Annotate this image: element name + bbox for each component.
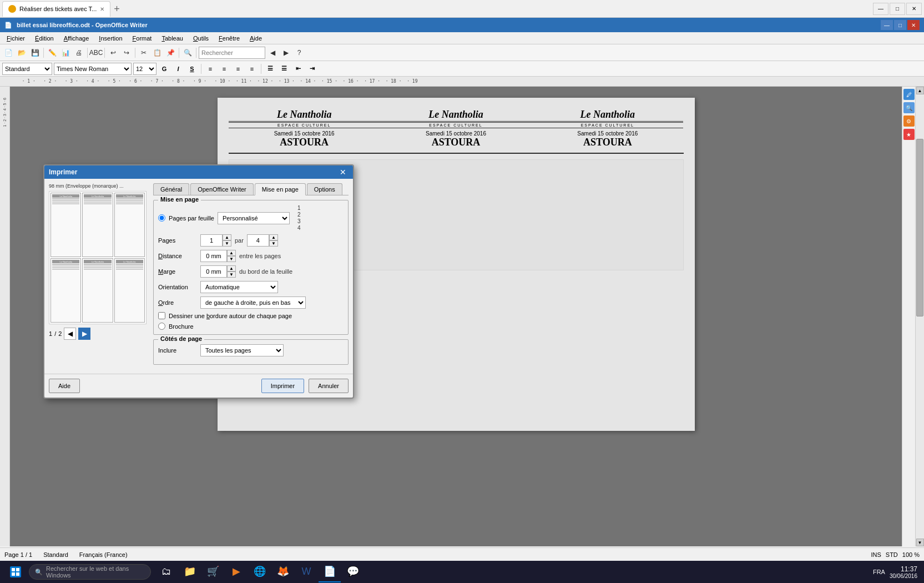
bold-btn[interactable]: G: [158, 63, 170, 75]
align-justify[interactable]: ≡: [246, 63, 258, 75]
right-panel-btn-1[interactable]: 🖉: [903, 89, 915, 100]
spinner-down-1[interactable]: ▼: [223, 240, 231, 247]
menu-outils[interactable]: Outils: [189, 34, 213, 43]
select-inclure[interactable]: Toutes les pages Pages impaires uniqueme…: [200, 344, 284, 356]
lo-maximize[interactable]: □: [894, 20, 906, 30]
indent-more[interactable]: ⇥: [306, 63, 318, 75]
btn-aide[interactable]: Aide: [49, 379, 80, 393]
tab-writer[interactable]: OpenOffice Writer: [190, 183, 254, 195]
browser-minimize[interactable]: —: [873, 3, 888, 15]
radio-brochure[interactable]: [158, 323, 165, 330]
preview-next-btn[interactable]: ▶: [78, 328, 90, 340]
scroll-track[interactable]: [916, 94, 924, 539]
menu-format[interactable]: Format: [128, 34, 156, 43]
scroll-up-btn[interactable]: ▲: [916, 87, 924, 94]
font-select[interactable]: Times New Roman: [54, 63, 132, 75]
preview-prev-btn[interactable]: ◀: [64, 328, 76, 340]
tab-general[interactable]: Général: [153, 183, 189, 195]
tab-mise-en-page[interactable]: Mise en page: [255, 183, 306, 195]
dialog-close-btn[interactable]: ✕: [337, 167, 349, 178]
tb-search-next[interactable]: ▶: [280, 47, 292, 59]
preview-mini-1: Le Nantholia: [51, 193, 81, 257]
taskbar-app-word[interactable]: W: [295, 561, 317, 582]
right-panel-btn-3[interactable]: ⚙: [903, 115, 915, 127]
radio-pages-par-feuille[interactable]: [158, 214, 165, 222]
bullet-list[interactable]: ☰: [264, 63, 276, 75]
lo-close[interactable]: ✕: [907, 20, 920, 30]
underline-btn[interactable]: S: [186, 63, 198, 75]
numbered-list[interactable]: ☰: [278, 63, 290, 75]
menu-tableau[interactable]: Tableau: [157, 34, 188, 43]
menu-fenetre[interactable]: Fenêtre: [214, 34, 244, 43]
taskbar-app-store[interactable]: 🛒: [202, 561, 224, 582]
align-right[interactable]: ≡: [232, 63, 244, 75]
spinner-up-2[interactable]: ▲: [269, 234, 278, 240]
search-input[interactable]: [199, 47, 265, 59]
spinner-down-2[interactable]: ▼: [269, 240, 278, 247]
tb-spellcheck[interactable]: ABC: [90, 47, 102, 59]
input-pages-rows[interactable]: [247, 234, 269, 247]
tb-find[interactable]: 🔍: [181, 47, 194, 59]
tab-options[interactable]: Options: [307, 183, 342, 195]
toolbar-sep-5: [179, 48, 179, 58]
taskbar-app-folder[interactable]: 📁: [179, 561, 201, 582]
spinner-down-marge[interactable]: ▼: [227, 272, 236, 278]
spinner-down-dist[interactable]: ▼: [227, 256, 236, 262]
btn-imprimer[interactable]: Imprimer: [261, 379, 304, 393]
spinner-up-dist[interactable]: ▲: [227, 250, 236, 256]
menu-insertion[interactable]: Insertion: [94, 34, 127, 43]
align-left[interactable]: ≡: [204, 63, 216, 75]
tb-edit[interactable]: ✏️: [46, 47, 58, 59]
indent-less[interactable]: ⇤: [292, 63, 304, 75]
tb-open[interactable]: 📂: [16, 47, 28, 59]
tb-cut[interactable]: ✂: [138, 47, 150, 59]
spinner-up-marge[interactable]: ▲: [227, 265, 236, 272]
spinner-up-1[interactable]: ▲: [223, 234, 231, 240]
menu-edition[interactable]: Édition: [31, 34, 58, 43]
taskbar-app-lo[interactable]: 📄: [319, 561, 341, 582]
align-center[interactable]: ≡: [218, 63, 230, 75]
menu-affichage[interactable]: Affichage: [59, 34, 94, 43]
tb-print-preview[interactable]: 🖨: [73, 47, 85, 59]
tb-redo[interactable]: ↪: [120, 47, 133, 59]
select-orientation[interactable]: Automatique Portrait Paysage: [200, 281, 278, 293]
browser-maximize[interactable]: □: [890, 3, 905, 15]
tb-copy[interactable]: 📋: [151, 47, 163, 59]
start-button[interactable]: [2, 563, 29, 581]
new-tab-button[interactable]: +: [110, 4, 123, 14]
tb-search-prev[interactable]: ◀: [266, 47, 279, 59]
style-select[interactable]: Standard: [2, 63, 52, 75]
checkbox-bordure[interactable]: [158, 312, 165, 319]
select-ordre[interactable]: de gauche à droite, puis en bas de haut …: [200, 296, 306, 309]
input-marge[interactable]: [200, 265, 227, 278]
taskbar-app-chat[interactable]: 💬: [342, 561, 364, 582]
taskbar-app-media[interactable]: ▶: [225, 561, 248, 582]
right-panel-btn-2[interactable]: 🔍: [903, 102, 915, 113]
lo-minimize[interactable]: —: [881, 20, 893, 30]
browser-close[interactable]: ✕: [906, 3, 922, 15]
taskbar-app-chrome[interactable]: 🌐: [249, 561, 271, 582]
taskbar-search-box[interactable]: 🔍 Rechercher sur le web et dans Windows: [29, 564, 151, 580]
tb-new[interactable]: 📄: [2, 47, 14, 59]
tab-close-icon[interactable]: ✕: [100, 6, 104, 12]
vertical-scrollbar[interactable]: ▲ ▼: [915, 87, 924, 546]
tb-save[interactable]: 💾: [29, 47, 41, 59]
tb-paste[interactable]: 📌: [164, 47, 176, 59]
btn-annuler[interactable]: Annuler: [309, 379, 349, 393]
tb-help[interactable]: ?: [293, 47, 305, 59]
menu-aide[interactable]: Aide: [245, 34, 266, 43]
input-distance[interactable]: [200, 250, 227, 262]
tb-undo[interactable]: ↩: [107, 47, 119, 59]
scroll-down-btn[interactable]: ▼: [916, 539, 924, 546]
taskbar-app-explorer[interactable]: 🗂: [155, 561, 178, 582]
select-pages-par-feuille[interactable]: Personnalisé 1 2 4 6 8 9 16: [218, 212, 290, 224]
input-pages-cols[interactable]: [200, 234, 223, 247]
size-select[interactable]: 12: [133, 63, 156, 75]
tb-export-pdf[interactable]: 📊: [59, 47, 72, 59]
menu-fichier[interactable]: Fichier: [2, 34, 29, 43]
browser-tab-active[interactable]: Réaliser des tickets avec T... ✕: [2, 1, 110, 17]
right-panel-btn-4[interactable]: ★: [903, 129, 915, 140]
scroll-thumb[interactable]: [916, 139, 923, 316]
taskbar-app-firefox[interactable]: 🦊: [272, 561, 294, 582]
italic-btn[interactable]: I: [172, 63, 184, 75]
